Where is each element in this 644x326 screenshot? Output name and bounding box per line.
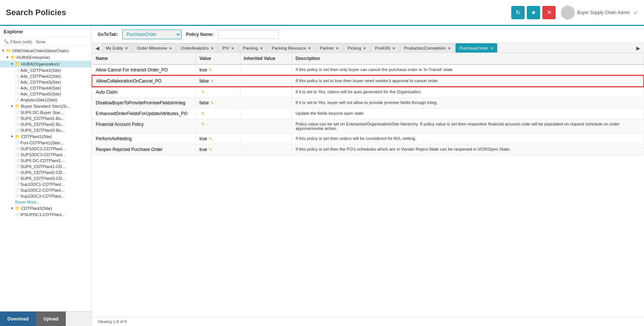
tab-close-icon[interactable]: ✕ bbox=[363, 46, 366, 50]
tree-item-10[interactable]: 📄SUP6 DC-Buyer Star... bbox=[0, 110, 91, 115]
tab-close-icon[interactable]: ✕ bbox=[490, 46, 493, 50]
tab-close-icon[interactable]: ✕ bbox=[231, 46, 234, 50]
tree-label: HUB4(Enterprise) bbox=[17, 55, 50, 60]
tab-productioncompletion[interactable]: ProductionCompletion ✕ bbox=[400, 43, 455, 53]
tab-close-icon[interactable]: ✕ bbox=[392, 46, 395, 50]
file-icon: 📄 bbox=[15, 171, 19, 175]
edit-icon[interactable]: ✎ bbox=[209, 67, 212, 73]
tree-item-13[interactable]: 📄SUP6_CDTPlant3-Bu... bbox=[0, 127, 91, 133]
tab-partner[interactable]: Partner ✕ bbox=[316, 43, 343, 53]
file-icon: 📄 bbox=[15, 80, 19, 84]
file-icon: 📄 bbox=[15, 194, 19, 198]
tabs-right-nav[interactable]: ▶ bbox=[634, 44, 643, 53]
row-description: If this policy is set then only buyer ca… bbox=[292, 64, 644, 75]
refresh-button[interactable]: ↻ bbox=[511, 6, 525, 19]
tabs-left-nav[interactable]: ◀ bbox=[93, 44, 102, 53]
user-area: Buyer Supply Chain Admin ✓ bbox=[561, 6, 638, 20]
tree-item-14[interactable]: ▼ 📁CDTPlant1(Site) bbox=[0, 133, 91, 140]
tab-order-milestone[interactable]: Order Milestone ✕ bbox=[133, 43, 176, 53]
table-row: Financial Account Policy ✎ Policy value … bbox=[92, 119, 644, 134]
row-description: If it is set to Yes, buyer will not allo… bbox=[292, 98, 644, 108]
tab-close-icon[interactable]: ✕ bbox=[448, 46, 451, 50]
tab-my-entity[interactable]: My Entity ✕ bbox=[102, 43, 132, 53]
tree-item-26[interactable]: ▼ 📁CDTPlant2(Site) bbox=[0, 205, 91, 212]
bottom-bar: Download Upload bbox=[0, 311, 91, 326]
tree-item-8[interactable]: 📄AnalyticsSite1(Site) bbox=[0, 97, 91, 103]
tree-item-19[interactable]: 📄SUP6_CDTPlant1-CD... bbox=[0, 164, 91, 169]
row-inherited bbox=[240, 98, 292, 108]
expand-icon: ▼ bbox=[1, 49, 5, 53]
tabs-scroll: My Entity ✕Order Milestone ✕OrderAnalyti… bbox=[102, 43, 634, 53]
tree-item-7[interactable]: 📄Adv_CDTPlant5(Site) bbox=[0, 91, 91, 97]
table-row: PerformAvlNetting true✎ If this policy i… bbox=[92, 134, 644, 144]
tree-item-6[interactable]: 📄Adv_CDTPlant4(Site) bbox=[0, 85, 91, 91]
edit-icon[interactable]: ✎ bbox=[209, 136, 212, 141]
tab-packing-resource[interactable]: Packing Resource ✕ bbox=[268, 43, 315, 53]
tree-item-27[interactable]: 📄IPSUPDC1-CDTPlant... bbox=[0, 212, 91, 218]
edit-icon[interactable]: ✎ bbox=[201, 90, 205, 95]
tab-piv[interactable]: PIV ✕ bbox=[218, 43, 238, 53]
tree-item-20[interactable]: 📄SUP6_CDTPlant2-CD... bbox=[0, 169, 91, 175]
file-icon: 📄 bbox=[15, 122, 19, 127]
download-button[interactable]: Download bbox=[0, 312, 36, 326]
favorites-button[interactable]: ★ bbox=[527, 6, 540, 19]
tab-packing[interactable]: Packing ✕ bbox=[239, 43, 267, 53]
edit-icon[interactable]: ✎ bbox=[201, 122, 205, 127]
tab-close-icon[interactable]: ✕ bbox=[169, 46, 172, 50]
tree-item-0[interactable]: ▼ 📁ONEIValueChain(ValueChain) bbox=[0, 47, 91, 54]
edit-icon[interactable]: ✎ bbox=[210, 78, 214, 84]
tree-item-2[interactable]: ▼ 📁HUB4(Organization) bbox=[0, 61, 91, 67]
expand-icon: ▼ bbox=[10, 135, 14, 138]
table-area: Name Value Inherited Value Description A… bbox=[92, 53, 644, 317]
tree-item-22[interactable]: 📄Sup10DC1-CDTPlant... bbox=[0, 181, 91, 187]
tab-picking[interactable]: Picking ✕ bbox=[343, 43, 370, 53]
file-icon: 📄 bbox=[15, 74, 19, 78]
tab-preasn[interactable]: PreASN ✕ bbox=[371, 43, 399, 53]
folder-icon: 📁 bbox=[15, 61, 20, 67]
tree-item-5[interactable]: 📄Adv_CDTPlant3(Site) bbox=[0, 79, 91, 85]
policy-name-input[interactable] bbox=[218, 30, 279, 39]
tab-close-icon[interactable]: ✕ bbox=[260, 46, 263, 50]
tree-item-25[interactable]: Show More... bbox=[0, 199, 91, 205]
viewing-status: Viewing 1-8 of 8 bbox=[98, 319, 127, 324]
main-layout: Explorer 🔍 Filters (edit): None ▼ 📁ONEIV… bbox=[0, 26, 644, 326]
tree-item-9[interactable]: ▼ 📁Buyer Standard Site1(Si... bbox=[0, 103, 91, 110]
edit-icon[interactable]: ✎ bbox=[209, 147, 212, 152]
tree-item-23[interactable]: 📄Sup10DC2-CDTPlant... bbox=[0, 187, 91, 193]
edit-icon[interactable]: ✎ bbox=[210, 100, 214, 105]
tree-item-11[interactable]: 📄SUP6_CDTPlant1-Bu... bbox=[0, 115, 91, 121]
tree-item-4[interactable]: 📄Adv_CDTPlant2(Site) bbox=[0, 73, 91, 79]
gotab-select[interactable]: My EntityOrder MilestoneOrderAnalyticsPI… bbox=[122, 30, 182, 39]
tree-item-18[interactable]: 📄SUP6 DC-CDTPlant1... bbox=[0, 158, 91, 164]
tab-orderanalytics[interactable]: OrderAnalytics ✕ bbox=[177, 43, 217, 53]
tree-item-1[interactable]: ▼ 📁HUB4(Enterprise) bbox=[0, 54, 91, 61]
tree-item-16[interactable]: 📄SUP10DC2-CDTPlant... bbox=[0, 146, 91, 152]
tree-label: Adv_CDTPlant5(Site) bbox=[20, 92, 61, 96]
tree-item-21[interactable]: 📄SUP6_CDTPlant3-CD... bbox=[0, 175, 91, 181]
file-icon: 📄 bbox=[15, 92, 19, 96]
tab-close-icon[interactable]: ✕ bbox=[336, 46, 339, 50]
tree-label: ONEIValueChain(ValueChain) bbox=[12, 48, 69, 53]
avatar bbox=[561, 6, 575, 20]
col-inherited: Inherited Value bbox=[240, 53, 292, 64]
upload-button[interactable]: Upload bbox=[36, 312, 66, 326]
tab-purchaseorder[interactable]: PurchaseOrder ✕ bbox=[455, 43, 497, 53]
tree-label: SUP6 DC-Buyer Star... bbox=[20, 110, 64, 115]
tab-close-icon[interactable]: ✕ bbox=[211, 46, 214, 50]
tree-item-12[interactable]: 📄SUP6_CDTPlant2-Bu... bbox=[0, 121, 91, 127]
table-row: Reopen Rejected Purchase Order true✎ If … bbox=[92, 144, 644, 155]
tab-close-icon[interactable]: ✕ bbox=[308, 46, 311, 50]
close-button[interactable]: ✕ bbox=[542, 6, 556, 19]
tree-item-17[interactable]: 📄SUP10DC3-CDTPlant... bbox=[0, 152, 91, 158]
tree-item-3[interactable]: 📄Adv_CDTPlant1(Site) bbox=[0, 67, 91, 73]
tree-label: SUP10DC2-CDTPlant... bbox=[20, 147, 66, 151]
table-row: AllowCollaborationOnCancel_PO false✎ If … bbox=[92, 75, 644, 87]
tree-item-15[interactable]: 📄Port-CDTPlant1(Sitel... bbox=[0, 140, 91, 146]
tab-close-icon[interactable]: ✕ bbox=[125, 46, 128, 50]
tab-label: ProductionCompletion bbox=[404, 46, 446, 50]
tree-label: SUP6 DC-CDTPlant1... bbox=[20, 158, 65, 163]
tree-label: CDTPlant2(Site) bbox=[21, 206, 52, 211]
tree-item-24[interactable]: 📄Sup10DC3-CDTPlant... bbox=[0, 193, 91, 199]
edit-icon[interactable]: ✎ bbox=[201, 111, 205, 116]
file-icon: 📄 bbox=[15, 153, 19, 157]
